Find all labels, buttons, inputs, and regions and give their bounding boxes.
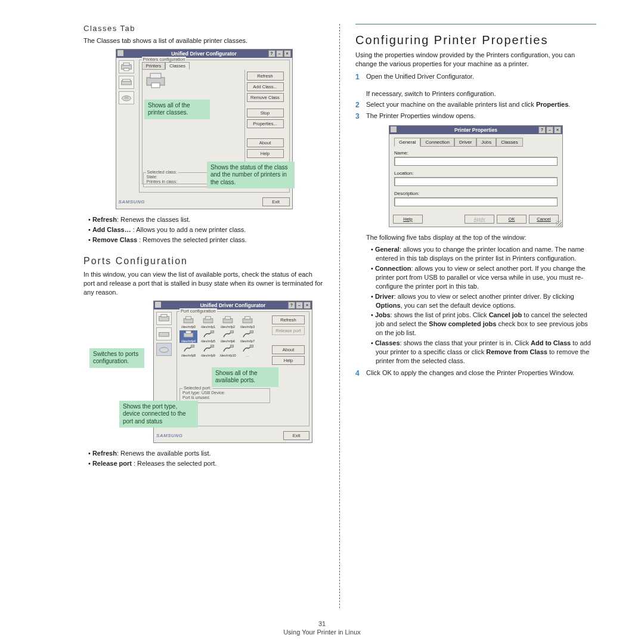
port-item[interactable]: /dev/mfp1 [199, 316, 217, 329]
page: Classes Tab The Classes tab shows a list… [0, 0, 644, 608]
svg-point-13 [160, 348, 169, 352]
right-heading: Configuring Printer Properties [355, 33, 596, 47]
about-button[interactable]: About [247, 138, 284, 147]
description-label: Description: [394, 191, 558, 196]
port-item[interactable]: /dev/mfp0 [179, 316, 197, 329]
port-item[interactable]: /dev/mfp3 [239, 316, 256, 329]
classes-bullets: Refresh: Renews the classes list. Add Cl… [83, 215, 324, 244]
stop-button[interactable]: Stop [247, 109, 284, 117]
location-label: Location: [394, 171, 558, 176]
green-rule [355, 24, 596, 24]
port-item[interactable]: /dev/mfp8 [179, 345, 197, 357]
dialog-titlebar: Unified Driver Configurator ? – × [154, 301, 312, 309]
about-button[interactable]: About [272, 345, 305, 354]
callout-available-ports: Shows all of the available ports. [212, 367, 278, 387]
scanner-icon[interactable] [119, 76, 134, 89]
pp-title: Printer Properties [454, 127, 497, 133]
properties-button[interactable]: Properties... [247, 119, 284, 128]
scanner-icon[interactable] [156, 327, 172, 340]
minimize-icon[interactable]: – [276, 50, 283, 57]
resize-handle[interactable] [556, 220, 562, 226]
add-class-button[interactable]: Add Class... [247, 82, 284, 91]
svg-rect-27 [191, 345, 194, 347]
close-icon[interactable]: × [554, 126, 561, 134]
help-button[interactable]: Help [247, 149, 284, 158]
port-state-label: Port is unused. [182, 395, 267, 400]
tab-general[interactable]: General [394, 138, 420, 147]
after-pp-text: The following five tabs display at the t… [366, 233, 596, 242]
close-icon[interactable]: × [284, 50, 291, 57]
ports-intro: In this window, you can view the list of… [83, 270, 324, 297]
refresh-button[interactable]: Refresh [247, 72, 284, 80]
refresh-button[interactable]: Refresh [272, 315, 305, 324]
cancel-button[interactable]: Cancel [529, 215, 559, 224]
svg-rect-25 [230, 330, 233, 333]
right-column: Configuring Printer Properties Using the… [343, 24, 608, 608]
classes-dialog-wrap: Unified Driver Configurator ? – × [83, 49, 324, 209]
apply-button[interactable]: Apply [465, 215, 494, 224]
svg-rect-24 [210, 330, 213, 333]
svg-rect-12 [159, 332, 169, 336]
pp-tabs: General Connection Driver Jobs Classes [394, 138, 558, 147]
minimize-icon[interactable]: – [296, 302, 303, 309]
port-item[interactable]: /dev/mfp9 [199, 345, 217, 357]
svg-rect-1 [123, 63, 129, 65]
exit-button[interactable]: Exit [283, 431, 309, 440]
release-port-button[interactable]: Release port [272, 326, 305, 335]
selected-port-label: Selected port: [182, 385, 212, 391]
port-item[interactable]: ... [239, 345, 256, 357]
callout-port-status: Shows the port type, device connected to… [119, 401, 198, 428]
help-icon[interactable]: ? [538, 126, 546, 134]
help-button[interactable]: Help [393, 215, 423, 224]
help-button[interactable]: Help [272, 356, 305, 365]
svg-rect-6 [124, 97, 128, 98]
port-type-label: Port type: USB Device: [182, 391, 267, 395]
port-item[interactable]: /dev/mfp2 [219, 316, 237, 329]
callout-classes-list: Shows all of the printer classes. [144, 100, 210, 119]
location-input[interactable] [394, 177, 558, 186]
remove-class-button[interactable]: Remove Class [247, 93, 284, 102]
ports-heading: Ports Configuration [83, 256, 324, 267]
printer-class-icon [145, 72, 166, 90]
tab-printers[interactable]: Printers [142, 62, 166, 70]
port-item[interactable]: /dev/mfp4 [179, 330, 197, 343]
port-item[interactable]: /dev/mfp10 [219, 345, 237, 357]
port-item[interactable]: /dev/mfp6 [219, 330, 237, 343]
port-icon[interactable] [119, 91, 134, 104]
ok-button[interactable]: OK [497, 215, 527, 224]
port-icon[interactable] [156, 343, 172, 356]
window-controls: ? – × [268, 50, 291, 57]
svg-rect-2 [123, 68, 128, 70]
tab-connection[interactable]: Connection [420, 138, 454, 147]
port-item[interactable]: /dev/mfp5 [199, 330, 217, 343]
footer-section: Using Your Printer in Linux [283, 628, 361, 636]
dialog-title: Unified Driver Configurator [200, 302, 266, 308]
groupbox-label: Port configuration [179, 308, 217, 314]
classes-tab-intro: The Classes tab shows a list of availabl… [83, 36, 324, 45]
svg-rect-15 [186, 317, 191, 319]
name-input[interactable] [394, 157, 558, 166]
tab-driver[interactable]: Driver [454, 138, 476, 147]
column-divider [339, 24, 340, 608]
svg-rect-9 [151, 83, 160, 88]
printer-icon[interactable] [156, 312, 172, 325]
svg-rect-29 [230, 345, 233, 347]
svg-rect-28 [210, 345, 213, 347]
help-icon[interactable]: ? [268, 50, 275, 57]
tab-classes[interactable]: Classes [165, 62, 190, 70]
help-icon[interactable]: ? [288, 302, 295, 309]
tab-classes[interactable]: Classes [496, 138, 522, 147]
close-icon[interactable]: × [304, 302, 311, 309]
app-icon [155, 302, 161, 308]
svg-rect-11 [161, 314, 167, 317]
step4: 4Click OK to apply the changes and close… [355, 369, 596, 378]
tab-jobs[interactable]: Jobs [476, 138, 496, 147]
right-intro: Using the properties window provided by … [355, 51, 596, 69]
exit-button[interactable]: Exit [262, 197, 290, 206]
printer-properties-wrap: Printer Properties ? – × General Connect… [355, 125, 596, 227]
port-item[interactable]: /dev/mfp7 [239, 330, 256, 343]
description-input[interactable] [394, 197, 558, 206]
svg-rect-30 [250, 345, 253, 347]
printer-icon[interactable] [119, 60, 134, 73]
minimize-icon[interactable]: – [546, 126, 553, 134]
